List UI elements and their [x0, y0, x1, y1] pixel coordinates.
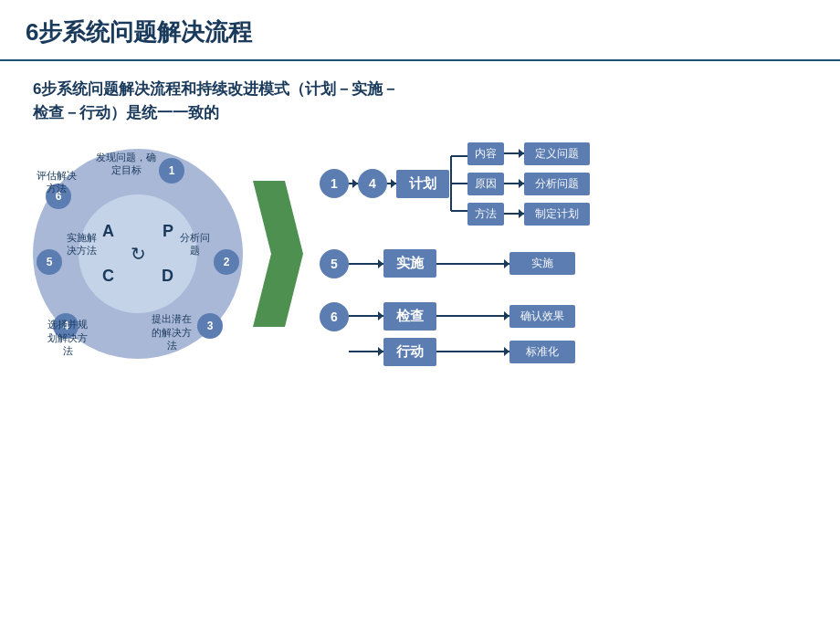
step-label-5: 实施解决方法	[64, 231, 99, 257]
flow-group-impl: 5 实施 实施	[320, 249, 807, 278]
flow-group-check: 6 检查 确认效果 行动 标准化	[320, 302, 807, 366]
page-title: 6步系统问题解决流程	[26, 16, 814, 48]
arrow-5	[349, 263, 383, 265]
action-row: 行动 标准化	[349, 338, 575, 366]
arrow-action	[349, 351, 383, 352]
step-bubble-1: 1	[159, 158, 184, 184]
svg-marker-0	[253, 181, 303, 327]
arrow-check	[349, 315, 383, 317]
spacer-1	[320, 233, 807, 242]
pdca-circle-arrow: ↻	[131, 243, 146, 265]
plan-bracket-svg	[449, 142, 467, 225]
sub-result-2: 分析问题	[524, 173, 590, 195]
check-result: 确认效果	[509, 305, 575, 328]
content-area: 6步系统问题解决流程和持续改进模式（计划－实施－ 检查－行动）是统一一致的 P …	[0, 61, 840, 383]
impl-box: 实施	[383, 249, 436, 278]
flow-diagram: 1 4 计划	[312, 142, 807, 366]
step-label-3: 提出潜在的解决方法	[148, 312, 195, 352]
spacer-2	[320, 286, 807, 295]
flow-step-5: 5	[320, 249, 349, 278]
check-row: 检查 确认效果	[349, 302, 575, 331]
flow-step-6: 6	[320, 302, 349, 331]
step-bubble-3: 3	[197, 313, 223, 339]
sub-label-method: 方法	[467, 203, 504, 226]
action-box: 行动	[383, 338, 436, 366]
header: 6步系统问题解决流程	[0, 0, 840, 61]
flow-group-plan: 1 4 计划	[320, 142, 807, 226]
arrow-check-result	[436, 315, 509, 317]
plan-sub-rows: 内容 定义问题 原因 分析问题 方法 制定计划	[467, 142, 590, 226]
sub-arrow-2	[504, 183, 524, 184]
plan-bracket: 内容 定义问题 原因 分析问题 方法 制定计划	[449, 142, 590, 226]
plan-vert-lines	[449, 142, 467, 226]
pdca-p: P	[163, 222, 173, 241]
arrow-impl	[436, 263, 509, 265]
step-bubble-5: 5	[37, 249, 62, 275]
sub-label-content: 内容	[467, 142, 504, 165]
arrow-action-result	[436, 351, 509, 352]
step-label-1: 发现问题，确定目标	[95, 151, 157, 177]
plan-sub-row-2: 原因 分析问题	[467, 173, 590, 195]
arrow-4	[387, 183, 396, 184]
plan-box: 计划	[396, 170, 449, 198]
main-diagram: P D C A ↻ 1 发现问题，确定目标 2 分析问题 3 提出潜在的解决方法…	[33, 142, 807, 366]
step-label-6: 评估解决方法	[35, 169, 79, 195]
sub-arrow-3	[504, 213, 524, 215]
pdca-a: A	[102, 222, 114, 241]
check-action-col: 检查 确认效果 行动 标准化	[349, 302, 575, 366]
sub-arrow-1	[504, 152, 524, 154]
flow-step-1: 1	[320, 169, 349, 198]
pdca-c: C	[102, 267, 114, 286]
arrow-1	[349, 183, 358, 184]
action-result: 标准化	[509, 341, 575, 363]
pdca-d: D	[162, 267, 173, 286]
circle-diagram: P D C A ↻ 1 发现问题，确定目标 2 分析问题 3 提出潜在的解决方法…	[33, 149, 243, 359]
step-label-2: 分析问题	[177, 231, 212, 257]
impl-result: 实施	[509, 252, 575, 275]
green-arrow	[250, 181, 305, 327]
sub-result-1: 定义问题	[524, 142, 590, 165]
step-bubble-2: 2	[214, 249, 239, 275]
plan-sub-row-3: 方法 制定计划	[467, 203, 590, 226]
sub-label-reason: 原因	[467, 173, 504, 195]
check-box: 检查	[383, 302, 436, 331]
subtitle: 6步系统问题解决流程和持续改进模式（计划－实施－ 检查－行动）是统一一致的	[33, 78, 807, 126]
plan-sub-row-1: 内容 定义问题	[467, 142, 590, 165]
green-arrow-svg	[253, 181, 303, 327]
sub-result-3: 制定计划	[524, 203, 590, 226]
step-label-4: 选择并规划解决方法	[44, 318, 91, 357]
